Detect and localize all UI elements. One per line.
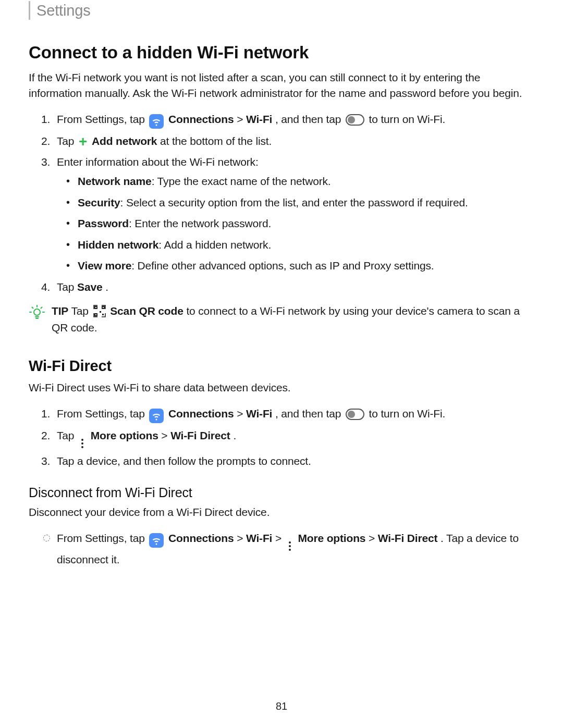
step-number: 1. (41, 405, 50, 423)
text: , and then tap (275, 113, 344, 125)
scan-qr-label: Scan QR code (110, 305, 183, 317)
text: > (369, 532, 378, 544)
intro-paragraph: If the Wi-Fi network you want is not lis… (29, 70, 534, 102)
text: : Define other advanced options, such as… (131, 260, 434, 272)
wifi-label: Wi-Fi (246, 408, 272, 419)
text: > (237, 532, 246, 544)
step-1: From Settings, tap Connections > Wi-Fi >… (29, 530, 534, 569)
more-options-label: More options (91, 429, 158, 441)
text: Tap (57, 135, 77, 147)
wifi-direct-steps: 1. From Settings, tap Connections > Wi-F… (29, 405, 534, 470)
svg-rect-4 (102, 314, 104, 315)
list-item: Password: Enter the network password. (57, 215, 534, 232)
step-number: 1. (41, 111, 50, 128)
add-network-label: Add network (92, 135, 157, 147)
svg-rect-3 (100, 311, 101, 313)
text: Enter information about the Wi-Fi networ… (57, 156, 259, 168)
text: > (275, 532, 285, 544)
field-label: Security (78, 196, 120, 208)
toggle-icon (346, 409, 364, 420)
step-number: 4. (41, 279, 50, 296)
qr-code-icon (93, 305, 106, 317)
list-item: Network name: Type the exact name of the… (57, 173, 534, 190)
disconnect-heading: Disconnect from Wi-Fi Direct (29, 485, 534, 500)
connections-label: Connections (168, 113, 234, 125)
text: . (105, 281, 108, 293)
text: Tap a device, and then follow the prompt… (57, 455, 311, 467)
step-4: 4. Tap Save . (29, 279, 534, 296)
text: : Type the exact name of the network. (152, 175, 331, 187)
field-label: Network name (78, 175, 152, 187)
svg-point-2 (34, 309, 40, 315)
disconnect-intro: Disconnect your device from a Wi-Fi Dire… (29, 504, 534, 520)
wifi-label: Wi-Fi (246, 532, 272, 544)
wifi-direct-intro: Wi-Fi Direct uses Wi-Fi to share data be… (29, 380, 534, 396)
save-label: Save (77, 281, 102, 293)
tip-block: TIP Tap Scan QR code to connect to a Wi-… (29, 303, 534, 336)
step-number: 2. (41, 133, 50, 150)
disconnect-steps: From Settings, tap Connections > Wi-Fi >… (29, 530, 534, 569)
text: From Settings, tap (57, 532, 148, 544)
wifi-icon (149, 114, 164, 129)
hidden-network-steps: 1. From Settings, tap Connections > Wi-F… (29, 111, 534, 295)
wifi-icon (149, 409, 164, 423)
network-fields-list: Network name: Type the exact name of the… (57, 173, 534, 275)
text: From Settings, tap (57, 113, 148, 125)
field-label: Hidden network (78, 239, 158, 251)
text: Tap (57, 281, 77, 293)
lightbulb-icon (29, 304, 45, 320)
step-2: 2. Tap More options > Wi-Fi Direct . (29, 427, 534, 449)
step-2: 2. Tap + Add network at the bottom of th… (29, 133, 534, 150)
tip-label: TIP (52, 305, 68, 317)
text: : Add a hidden network. (158, 239, 271, 251)
text: > (161, 429, 170, 441)
step-1: 1. From Settings, tap Connections > Wi-F… (29, 405, 534, 423)
connections-label: Connections (168, 408, 234, 419)
tip-text: TIP Tap Scan QR code to connect to a Wi-… (52, 303, 534, 336)
step-number: 2. (41, 427, 50, 445)
text: , and then tap (275, 408, 344, 419)
svg-point-1 (348, 116, 355, 124)
page: Settings Connect to a hidden Wi-Fi netwo… (0, 0, 563, 728)
text: : Enter the network password. (129, 217, 271, 229)
text: Tap (57, 429, 77, 441)
text: : Select a security option from the list… (120, 196, 468, 208)
step-3: 3. Tap a device, and then follow the pro… (29, 453, 534, 470)
section-header: Settings (29, 0, 534, 20)
step-number: 3. (41, 453, 50, 470)
more-options-icon (286, 541, 293, 551)
text: > (237, 113, 246, 125)
more-options-icon (79, 438, 86, 449)
text: to turn on Wi-Fi. (369, 408, 446, 419)
wifi-label: Wi-Fi (246, 113, 272, 125)
plus-icon: + (79, 137, 87, 146)
wifi-icon (149, 533, 164, 548)
wifi-direct-label: Wi-Fi Direct (378, 532, 438, 544)
step-number: 3. (41, 154, 50, 171)
section-name: Settings (36, 2, 91, 19)
more-options-label: More options (298, 532, 365, 544)
text: From Settings, tap (57, 408, 148, 419)
step-3: 3. Enter information about the Wi-Fi net… (29, 154, 534, 274)
text: to turn on Wi-Fi. (369, 113, 446, 125)
page-title: Connect to a hidden Wi-Fi network (29, 43, 534, 63)
wifi-direct-heading: Wi-Fi Direct (29, 357, 534, 375)
header-divider (29, 1, 30, 20)
toggle-icon (346, 114, 364, 126)
connections-label: Connections (168, 532, 234, 544)
svg-point-6 (348, 411, 355, 418)
step-1: 1. From Settings, tap Connections > Wi-F… (29, 111, 534, 129)
page-number: 81 (0, 700, 563, 712)
field-label: View more (78, 260, 131, 272)
field-label: Password (78, 217, 129, 229)
wifi-direct-label: Wi-Fi Direct (170, 429, 230, 441)
list-item: Hidden network: Add a hidden network. (57, 237, 534, 254)
list-item: Security: Select a security option from … (57, 194, 534, 212)
text: . (233, 429, 236, 441)
list-item: View more: Define other advanced options… (57, 257, 534, 275)
text: Tap (71, 305, 92, 317)
text: > (237, 408, 246, 419)
text: at the bottom of the list. (160, 135, 272, 147)
